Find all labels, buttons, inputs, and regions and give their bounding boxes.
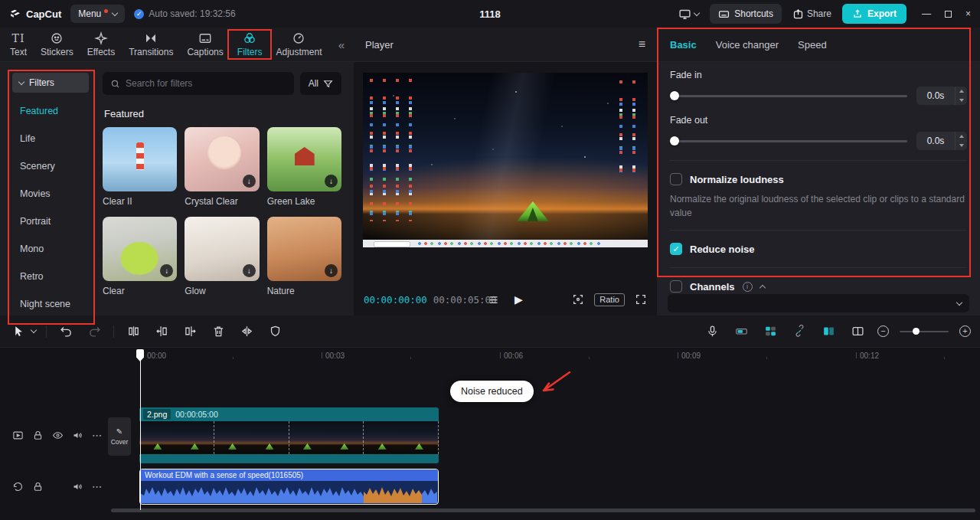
playhead[interactable] <box>136 349 144 361</box>
fade-in-slider[interactable] <box>670 90 907 101</box>
speaker-icon[interactable] <box>72 430 83 441</box>
slider-knob[interactable] <box>913 328 920 335</box>
tab-speed[interactable]: Speed <box>798 39 827 51</box>
sidebar-item-portrait[interactable]: Portrait <box>12 208 93 235</box>
tab-basic[interactable]: Basic <box>670 39 697 51</box>
frame-list-icon[interactable] <box>488 294 499 306</box>
step-down-icon[interactable] <box>956 141 967 150</box>
tab-effects[interactable]: Effects <box>80 28 122 61</box>
redo-button[interactable] <box>85 322 103 341</box>
fade-in-value[interactable]: 0.0s <box>916 90 955 101</box>
chevron-down-icon[interactable] <box>31 327 37 333</box>
filter-card-crystal-clear[interactable]: ↓ Crystal Clear <box>185 127 259 207</box>
filter-card-green-lake[interactable]: ↓ Green Lake <box>267 127 341 207</box>
slider-knob[interactable] <box>670 91 679 100</box>
audio-track-header: ⋯ <box>0 481 107 492</box>
menu-button[interactable]: Menu <box>70 5 125 23</box>
tab-adjustment[interactable]: Adjustment <box>269 28 328 61</box>
ruler-tick <box>322 352 322 358</box>
timeline-zoom-slider[interactable] <box>900 327 949 336</box>
tab-stickers[interactable]: Stickers <box>34 28 80 61</box>
shortcuts-button[interactable]: Shortcuts <box>710 4 782 24</box>
maximize-button[interactable] <box>945 11 952 18</box>
sidebar-item-mono[interactable]: Mono <box>12 235 93 263</box>
delete-button[interactable] <box>209 322 227 341</box>
play-button[interactable]: ▶ <box>514 293 523 306</box>
display-device-button[interactable] <box>678 8 699 21</box>
eye-icon[interactable] <box>52 430 64 441</box>
main-track-magnet-button[interactable] <box>732 322 750 341</box>
record-voiceover-button[interactable] <box>703 322 721 341</box>
zoom-out-icon[interactable]: − <box>877 325 889 337</box>
sidebar-item-featured[interactable]: Featured <box>12 97 93 125</box>
video-preview[interactable] <box>363 73 648 247</box>
info-icon[interactable]: i <box>743 282 753 292</box>
loop-icon[interactable] <box>12 481 24 492</box>
current-time: 00:00:00:00 <box>364 294 427 306</box>
timeline-horizontal-scrollbar[interactable] <box>111 509 975 512</box>
chevron-up-icon[interactable] <box>759 284 765 290</box>
frame-select-icon[interactable] <box>572 293 584 306</box>
filter-card-nature[interactable]: ↓ Nature <box>267 217 341 296</box>
link-clips-button[interactable] <box>790 322 808 341</box>
video-clip[interactable]: 2.png 00:00:05:00 <box>139 407 439 463</box>
sidebar-item-movies[interactable]: Movies <box>12 180 93 208</box>
lock-icon[interactable] <box>32 481 44 492</box>
chevron-down-icon <box>956 299 962 305</box>
export-button[interactable]: Export <box>842 4 906 24</box>
filter-card-glow[interactable]: ↓ Glow <box>185 217 259 296</box>
sidebar-item-life[interactable]: Life <box>12 125 93 152</box>
ratio-button[interactable]: Ratio <box>594 293 625 306</box>
undo-button[interactable] <box>57 322 75 341</box>
lock-icon[interactable] <box>32 430 44 441</box>
track-visibility-icon[interactable] <box>12 430 24 441</box>
filter-all-button[interactable]: All <box>300 72 341 95</box>
tab-captions[interactable]: Captions <box>180 28 230 61</box>
fullscreen-icon[interactable] <box>635 293 647 306</box>
collapse-panel-icon[interactable]: « <box>338 38 354 51</box>
tab-text[interactable]: TI Text <box>3 28 34 61</box>
reduce-noise-checkbox[interactable] <box>670 243 682 255</box>
filter-card-clear[interactable]: ↓ Clear <box>103 217 177 296</box>
delete-left-button[interactable] <box>152 322 171 341</box>
zoom-in-icon[interactable]: + <box>959 325 971 337</box>
timeline-ruler[interactable]: 00:00 00:03 00:06 00:09 00:12 <box>0 348 980 365</box>
step-down-icon[interactable] <box>956 96 967 105</box>
mirror-button[interactable] <box>237 322 256 341</box>
sidebar-item-retro[interactable]: Retro <box>12 263 93 290</box>
cover-button[interactable]: ✎ Cover <box>108 417 131 456</box>
player-menu-icon[interactable]: ≡ <box>639 38 645 51</box>
sidebar-item-scenery[interactable]: Scenery <box>12 152 93 180</box>
player-view-controls: Ratio <box>572 293 647 306</box>
sidebar-item-night-scene[interactable]: Night scene <box>12 290 93 318</box>
normalize-loudness-checkbox[interactable] <box>670 173 682 185</box>
slider-knob[interactable] <box>670 136 679 146</box>
select-tool-button[interactable] <box>9 322 28 341</box>
tab-transitions[interactable]: Transitions <box>122 28 180 61</box>
auto-snap-button[interactable] <box>761 322 779 341</box>
tab-filters[interactable]: Filters <box>230 28 270 61</box>
fade-out-value[interactable]: 0.0s <box>916 136 955 146</box>
close-button[interactable]: × <box>965 8 971 19</box>
filter-card-clear-ii[interactable]: Clear II <box>103 127 177 207</box>
delete-right-button[interactable] <box>181 322 199 341</box>
collapsed-dropdown[interactable] <box>668 294 969 312</box>
filters-root-dropdown[interactable]: Filters <box>12 73 89 93</box>
more-icon[interactable]: ⋯ <box>92 430 103 441</box>
split-button[interactable] <box>124 322 142 341</box>
audio-clip[interactable]: Workout EDM with a sense of speed(101650… <box>139 469 439 505</box>
mask-button[interactable] <box>266 322 284 341</box>
step-up-icon[interactable] <box>956 87 967 96</box>
minimize-button[interactable]: — <box>922 8 931 19</box>
more-icon[interactable]: ⋯ <box>92 481 103 492</box>
multi-track-view-button[interactable] <box>819 322 838 341</box>
fade-out-slider[interactable] <box>670 136 907 146</box>
speaker-icon[interactable] <box>72 481 83 492</box>
preview-axis-button[interactable] <box>848 322 867 341</box>
share-button[interactable]: Share <box>792 8 831 20</box>
channels-checkbox[interactable] <box>670 280 682 293</box>
search-input[interactable] <box>126 78 286 89</box>
download-icon: ↓ <box>325 264 338 277</box>
tab-voice-changer[interactable]: Voice changer <box>716 39 779 51</box>
step-up-icon[interactable] <box>956 132 967 141</box>
